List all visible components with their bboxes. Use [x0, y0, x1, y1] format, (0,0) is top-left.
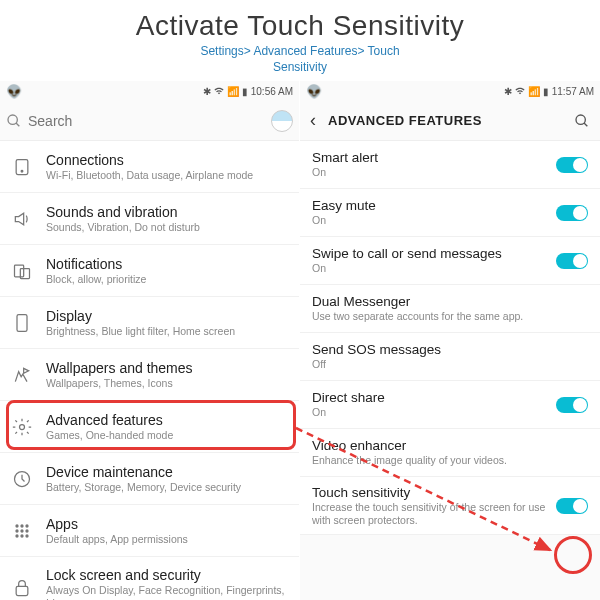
settings-row-connections[interactable]: ConnectionsWi-Fi, Bluetooth, Data usage,… [0, 141, 299, 193]
row-sub: Brightness, Blue light filter, Home scre… [46, 325, 287, 338]
status-time: 11:57 AM [552, 86, 594, 97]
af-row[interactable]: Video enhancerEnhance the image quality … [300, 429, 600, 477]
display-icon [12, 313, 32, 333]
apps-icon [12, 521, 32, 541]
toggle-switch[interactable] [556, 253, 588, 269]
svg-point-19 [576, 115, 585, 124]
toggle-switch[interactable] [556, 157, 588, 173]
row-sub: Battery, Storage, Memory, Device securit… [46, 481, 287, 494]
status-icons: ✱ 📶▮ 11:57 AM [504, 86, 594, 97]
svg-point-15 [15, 534, 18, 537]
lock-icon [12, 578, 32, 598]
row-label: Device maintenance [46, 464, 287, 480]
svg-rect-4 [15, 265, 24, 277]
row-sub: Off [312, 358, 588, 371]
row-label: Advanced features [46, 412, 287, 428]
status-bar: 👽 ✱ 📶▮ 11:57 AM [300, 81, 600, 101]
advanced-title: ADVANCED FEATURES [328, 113, 574, 128]
page-title: Activate Touch Sensitivity [0, 10, 600, 42]
svg-point-3 [21, 170, 23, 172]
row-label: Touch sensitivity [312, 485, 556, 500]
row-label: Smart alert [312, 150, 556, 165]
row-sub: Increase the touch sensitivity of the sc… [312, 501, 556, 526]
row-sub: Enhance the image quality of your videos… [312, 454, 588, 467]
svg-point-17 [25, 534, 28, 537]
row-label: Dual Messenger [312, 294, 588, 309]
advanced-icon [12, 417, 32, 437]
row-sub: On [312, 262, 556, 275]
af-row[interactable]: Dual MessengerUse two separate accounts … [300, 285, 600, 333]
reddit-icon: 👽 [306, 84, 322, 99]
advanced-list: Smart alertOnEasy muteOnSwipe to call or… [300, 141, 600, 600]
row-label: Direct share [312, 390, 556, 405]
row-sub: Wallpapers, Themes, Icons [46, 377, 287, 390]
status-icons: ✱ 📶▮ 10:56 AM [203, 86, 293, 97]
af-row[interactable]: Direct shareOn [300, 381, 600, 429]
row-label: Lock screen and security [46, 567, 287, 583]
toggle-switch[interactable] [556, 397, 588, 413]
svg-rect-18 [16, 587, 28, 596]
row-label: Notifications [46, 256, 287, 272]
row-label: Sounds and vibration [46, 204, 287, 220]
sound-icon [12, 209, 32, 229]
back-icon[interactable]: ‹ [310, 110, 316, 131]
page-header: Activate Touch Sensitivity Settings> Adv… [0, 0, 600, 81]
af-row[interactable]: Touch sensitivityIncrease the touch sens… [300, 477, 600, 535]
row-sub: Use two separate accounts for the same a… [312, 310, 588, 323]
row-label: Send SOS messages [312, 342, 588, 357]
settings-row-apps[interactable]: AppsDefault apps, App permissions [0, 505, 299, 557]
row-sub: Wi-Fi, Bluetooth, Data usage, Airplane m… [46, 169, 287, 182]
settings-row-notif[interactable]: NotificationsBlock, allow, prioritize [0, 245, 299, 297]
row-sub: Always On Display, Face Recognition, Fin… [46, 584, 287, 600]
search-icon [6, 113, 22, 129]
svg-point-0 [8, 115, 17, 124]
settings-row-lock[interactable]: Lock screen and securityAlways On Displa… [0, 557, 299, 600]
search-bar[interactable] [0, 101, 299, 141]
af-row[interactable]: Easy muteOn [300, 189, 600, 237]
notif-icon [12, 261, 32, 281]
row-sub: Block, allow, prioritize [46, 273, 287, 286]
toggle-switch[interactable] [556, 498, 588, 514]
svg-point-10 [20, 524, 23, 527]
settings-row-sound[interactable]: Sounds and vibrationSounds, Vibration, D… [0, 193, 299, 245]
af-row[interactable]: Send SOS messagesOff [300, 333, 600, 381]
row-sub: On [312, 166, 556, 179]
toggle-switch[interactable] [556, 205, 588, 221]
row-sub: Default apps, App permissions [46, 533, 287, 546]
connections-icon [12, 157, 32, 177]
settings-pane: 👽 ✱ 📶▮ 10:56 AM ConnectionsWi-Fi, Blueto… [0, 81, 300, 600]
svg-line-20 [584, 123, 587, 126]
status-bar: 👽 ✱ 📶▮ 10:56 AM [0, 81, 299, 101]
svg-point-7 [20, 424, 25, 429]
af-row[interactable]: Smart alertOn [300, 141, 600, 189]
advanced-features-pane: 👽 ✱ 📶▮ 11:57 AM ‹ ADVANCED FEATURES Smar… [300, 81, 600, 600]
status-time: 10:56 AM [251, 86, 293, 97]
svg-point-16 [20, 534, 23, 537]
svg-point-9 [15, 524, 18, 527]
search-icon[interactable] [574, 113, 590, 129]
avatar[interactable] [271, 110, 293, 132]
svg-point-13 [20, 529, 23, 532]
svg-point-11 [25, 524, 28, 527]
settings-row-maint[interactable]: Device maintenanceBattery, Storage, Memo… [0, 453, 299, 505]
search-input[interactable] [28, 113, 271, 129]
advanced-header: ‹ ADVANCED FEATURES [300, 101, 600, 141]
settings-row-advanced[interactable]: Advanced featuresGames, One-handed mode [0, 401, 299, 453]
breadcrumb: Settings> Advanced Features> Touch Sensi… [0, 44, 600, 75]
settings-row-wallpaper[interactable]: Wallpapers and themesWallpapers, Themes,… [0, 349, 299, 401]
af-row[interactable]: Swipe to call or send messagesOn [300, 237, 600, 285]
row-label: Wallpapers and themes [46, 360, 287, 376]
row-sub: On [312, 214, 556, 227]
wallpaper-icon [12, 365, 32, 385]
row-sub: Games, One-handed mode [46, 429, 287, 442]
svg-line-1 [16, 123, 19, 126]
row-label: Swipe to call or send messages [312, 246, 556, 261]
maint-icon [12, 469, 32, 489]
row-label: Display [46, 308, 287, 324]
row-label: Video enhancer [312, 438, 588, 453]
row-label: Apps [46, 516, 287, 532]
row-label: Connections [46, 152, 287, 168]
reddit-icon: 👽 [6, 84, 22, 99]
settings-row-display[interactable]: DisplayBrightness, Blue light filter, Ho… [0, 297, 299, 349]
svg-point-12 [15, 529, 18, 532]
